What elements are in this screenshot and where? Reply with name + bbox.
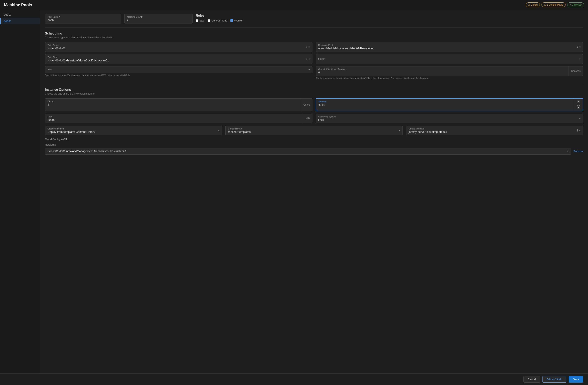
graceful-shutdown-field[interactable]: Graceful Shutdown Timeout Seconds (316, 66, 583, 76)
worker-badge-label: 3 Worker (572, 3, 582, 6)
data-store-value: /sfo-m01-dc01/datastore/sfo-m01-cl01-ds-… (47, 59, 306, 62)
cpu-field: CPUs Cores (45, 98, 313, 111)
data-center-field[interactable]: Data Center /sfo-m01-dc01 ℹ ▾ (45, 42, 313, 52)
info-icon[interactable]: ℹ (577, 45, 578, 48)
worker-checkbox[interactable] (231, 19, 233, 22)
content-library-value: rancher-templates (228, 130, 399, 134)
role-worker[interactable]: Worker (231, 19, 243, 22)
graceful-label: Graceful Shutdown Timeout (318, 68, 566, 70)
data-store-field[interactable]: Data Store /sfo-m01-dc01/datastore/sfo-m… (45, 54, 313, 64)
resource-pool-value: /sfo-m01-dc01/host/sfo-m01-cl01/Resource… (318, 47, 577, 50)
sidebar-item-pool2[interactable]: pool2 (0, 18, 40, 24)
etcd-checkbox[interactable] (196, 19, 198, 22)
library-template-label: Library template (408, 127, 577, 130)
network-row: /sfo-m01-dc01/network/Management Network… (45, 148, 583, 155)
control-plane-checkbox[interactable] (208, 19, 210, 22)
remove-network-button[interactable]: Remove (574, 150, 583, 153)
resource-pool-field[interactable]: Resource Pool /sfo-m01-dc01/host/sfo-m01… (316, 42, 583, 52)
pool-name-label: Pool Name * (47, 16, 119, 18)
scheduling-subtitle: Choose what hypervisor the virtual machi… (45, 36, 583, 39)
memory-input[interactable] (318, 103, 571, 106)
os-value: linux (318, 118, 579, 121)
host-label: Host (47, 68, 308, 71)
graceful-suffix: Seconds (568, 67, 583, 76)
chevron-down-icon[interactable]: ▾ (579, 117, 581, 120)
cancel-button[interactable]: Cancel (524, 376, 540, 383)
pool-name-value: pool2 (47, 19, 119, 22)
os-field[interactable]: Operating System linux ▾ (316, 113, 583, 123)
machine-count-group: Machine Count * 2 (124, 14, 192, 23)
chevron-down-icon[interactable]: ▾ (579, 45, 581, 48)
memory-decrement[interactable]: ▼ (577, 106, 580, 109)
memory-field[interactable]: Memory ▲ MiB ▼ (316, 98, 583, 111)
creation-method-value: Deploy from template: Content Library (47, 130, 218, 134)
content-area: Pool Name * pool2 Machine Count * 2 Role… (40, 10, 588, 373)
cpu-suffix: Cores (301, 99, 312, 111)
info-icon[interactable]: ℹ (306, 57, 307, 61)
creation-method-label: Creation method (47, 127, 218, 130)
resource-pool-label: Resource Pool (318, 44, 577, 46)
graceful-help-text: The time in seconds to wait before forci… (316, 77, 583, 80)
control-plane-badge-icon: ⚠ (544, 3, 546, 6)
data-center-value: /sfo-m01-dc01 (47, 47, 306, 50)
content-library-field[interactable]: Content library rancher-templates ▾ (225, 126, 403, 135)
disk-field: Disk MiB (45, 113, 313, 123)
etcd-badge[interactable]: ⚠ 1 etcd (526, 2, 540, 7)
info-icon[interactable]: ℹ (306, 45, 307, 48)
machine-count-value[interactable]: 2 (127, 19, 190, 22)
instance-subtitle: Choose the size and OS of the virtual ma… (45, 92, 583, 95)
chevron-down-icon[interactable]: ▾ (308, 57, 310, 61)
os-label: Operating System (318, 115, 579, 118)
content-library-label: Content library (228, 127, 399, 130)
chevron-down-icon[interactable]: ▾ (308, 68, 310, 71)
role-control-plane[interactable]: Control Plane (208, 19, 228, 22)
data-center-label: Data Center (47, 44, 306, 46)
chevron-down-icon[interactable]: ▾ (308, 45, 310, 48)
chevron-down-icon[interactable]: ▾ (579, 129, 581, 132)
library-template-field[interactable]: Library template jammy-server-cloudimg-a… (406, 126, 583, 135)
roles-title: Roles (196, 14, 583, 18)
data-store-label: Data Store (47, 56, 306, 58)
header-badges: ⚠ 1 etcd ⚠ 1 Control Plane ✓ 3 Worker (526, 2, 584, 7)
roles-group: Roles etcd Control Plane Worker (196, 14, 583, 22)
etcd-badge-label: 1 etcd (531, 3, 538, 6)
folder-label: Folder (318, 58, 579, 60)
networks-label: Networks (45, 143, 583, 146)
instance-title: Instance Options (45, 88, 583, 91)
network-select[interactable]: /sfo-m01-dc01/network/Management Network… (45, 148, 571, 155)
instance-section-header: Instance Options Choose the size and OS … (45, 88, 583, 95)
save-button[interactable]: Save (569, 376, 583, 383)
role-etcd[interactable]: etcd (196, 19, 205, 22)
sidebar-item-pool1[interactable]: pool1 (0, 11, 40, 18)
edit-yaml-button[interactable]: Edit as YAML (543, 376, 567, 383)
page-title: Machine Pools (4, 3, 32, 7)
info-icon[interactable]: ℹ (577, 129, 578, 132)
disk-input[interactable] (47, 118, 301, 121)
control-plane-badge-label: 1 Control Plane (547, 3, 563, 6)
worker-badge[interactable]: ✓ 3 Worker (567, 2, 584, 7)
host-help-text: Specific host to create VM on (leave bla… (45, 74, 313, 77)
graceful-input[interactable] (318, 71, 566, 74)
network-value: /sfo-m01-dc01/network/Management Network… (47, 150, 567, 153)
memory-suffix: ▲ MiB ▼ (574, 99, 583, 111)
cpu-input[interactable] (47, 103, 298, 106)
host-field[interactable]: Host ▾ (45, 66, 313, 73)
creation-method-field[interactable]: Creation method Deploy from template: Co… (45, 126, 222, 135)
pool-name-group: Pool Name * pool2 (45, 14, 121, 23)
cpu-label: CPUs (47, 100, 298, 103)
chevron-down-icon[interactable]: ▾ (579, 57, 581, 61)
machine-count-label: Machine Count * (127, 16, 190, 18)
scheduling-title: Scheduling (45, 32, 583, 35)
memory-increment[interactable]: ▲ (577, 100, 580, 103)
memory-label: Memory (318, 100, 571, 103)
library-template-value: jammy-server-cloudimg-amd64 (408, 130, 577, 134)
disk-suffix: MiB (303, 114, 312, 123)
folder-field[interactable]: Folder ▾ (316, 54, 583, 64)
chevron-down-icon[interactable]: ▾ (567, 150, 568, 153)
etcd-badge-icon: ⚠ (528, 3, 530, 6)
chevron-down-icon[interactable]: ▾ (399, 129, 400, 132)
control-plane-badge[interactable]: ⚠ 1 Control Plane (542, 2, 566, 7)
sidebar: pool1 pool2 (0, 10, 40, 373)
cloud-config-label[interactable]: Cloud Config YAML (45, 138, 583, 141)
chevron-down-icon[interactable]: ▾ (218, 129, 220, 132)
